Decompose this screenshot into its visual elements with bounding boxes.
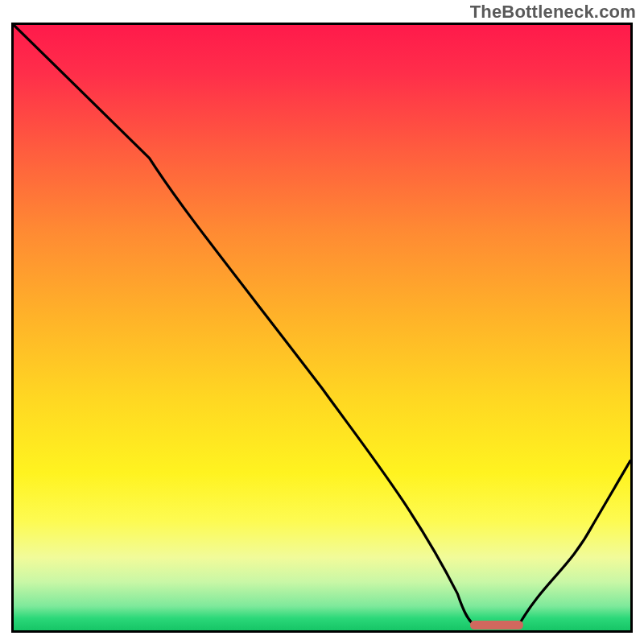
plot-frame (11, 23, 633, 633)
plot-svg (14, 25, 630, 630)
watermark-text: TheBottleneck.com (470, 2, 636, 23)
bottleneck-curve (14, 25, 630, 627)
chart-container: TheBottleneck.com (0, 0, 644, 644)
optimal-zone-marker (470, 621, 523, 630)
